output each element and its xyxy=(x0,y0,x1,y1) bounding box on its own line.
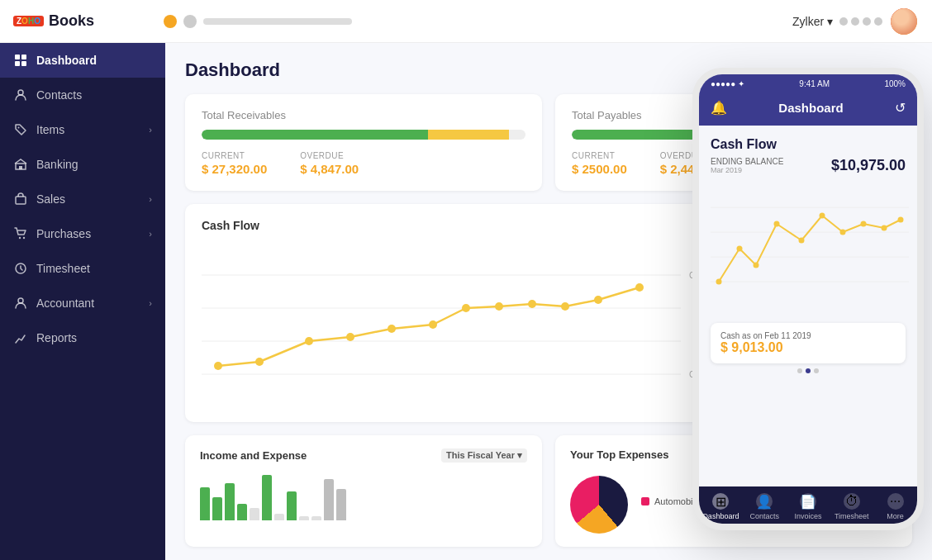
svg-point-35 xyxy=(716,279,722,285)
mobile-cash-value: $ 9,013.00 xyxy=(720,340,896,355)
top-expenses-label: Your Top Expenses xyxy=(570,448,668,461)
bar-1 xyxy=(200,487,210,520)
tag-icon xyxy=(13,122,28,137)
sidebar-label-banking: Banking xyxy=(36,158,78,171)
payables-current-value: $ 2500.00 xyxy=(572,162,627,176)
svg-point-22 xyxy=(429,320,437,329)
svg-point-25 xyxy=(528,300,536,308)
main-layout: Dashboard Contacts Items › xyxy=(0,43,932,560)
income-expense-label: Income and Expense xyxy=(200,449,307,462)
svg-point-12 xyxy=(18,298,23,303)
dot-3 xyxy=(814,368,819,373)
clock-icon xyxy=(13,261,28,276)
sidebar-item-dashboard[interactable]: Dashboard xyxy=(0,43,165,78)
bar-12 xyxy=(336,489,346,520)
sidebar-item-items[interactable]: Items › xyxy=(0,112,165,147)
mobile-nav-invoices-icon: 📄 xyxy=(800,493,816,510)
sidebar-item-banking[interactable]: Banking xyxy=(0,147,165,182)
receivables-progress xyxy=(202,130,525,140)
sidebar-label-reports: Reports xyxy=(36,331,77,344)
dot3 xyxy=(863,17,871,26)
loader-dot-yellow xyxy=(164,15,177,28)
receivables-current-label: CURRENT xyxy=(202,151,267,160)
user-dots xyxy=(839,17,882,26)
svg-rect-8 xyxy=(16,197,26,204)
svg-rect-0 xyxy=(15,55,20,59)
sidebar-item-reports[interactable]: Reports xyxy=(0,320,165,355)
income-expense-card: Income and Expense This Fiscal Year ▾ xyxy=(185,435,542,547)
svg-point-9 xyxy=(19,237,21,239)
dot1 xyxy=(839,17,848,26)
chart-icon xyxy=(13,330,28,345)
user-name[interactable]: Zylker ▾ xyxy=(792,15,833,28)
svg-point-42 xyxy=(861,221,867,227)
topbar-right: Zylker ▾ xyxy=(792,7,919,36)
mobile-ending-row: ENDING BALANCE Mar 2019 $10,975.00 xyxy=(711,157,906,174)
sales-arrow: › xyxy=(149,194,152,204)
fiscal-filter[interactable]: This Fiscal Year ▾ xyxy=(441,448,527,463)
avatar[interactable] xyxy=(889,7,919,36)
sidebar-item-purchases[interactable]: Purchases › xyxy=(0,216,165,251)
logo-o2: O xyxy=(34,17,40,26)
receivables-card: Total Receivables CURRENT $ 27,320.00 OV… xyxy=(185,94,542,191)
bag-icon xyxy=(13,192,28,206)
avatar-image xyxy=(891,8,917,35)
mobile-body: Cash Flow ENDING BALANCE Mar 2019 $10,97… xyxy=(699,126,917,486)
dot2 xyxy=(851,17,859,26)
person-icon xyxy=(13,88,28,102)
sidebar-item-timesheet[interactable]: Timesheet xyxy=(0,251,165,286)
receivables-overdue-value: $ 4,847.00 xyxy=(300,162,359,176)
mobile-nav-dashboard[interactable]: ⊞ Dashboard xyxy=(699,493,743,520)
sidebar-item-contacts[interactable]: Contacts xyxy=(0,78,165,112)
svg-point-18 xyxy=(255,358,264,366)
svg-point-37 xyxy=(754,263,759,268)
mobile-nav-more[interactable]: ··· More xyxy=(873,493,917,520)
mobile-nav-dashboard-icon: ⊞ xyxy=(712,493,729,510)
dot4 xyxy=(874,17,882,26)
sidebar: Dashboard Contacts Items › xyxy=(0,43,165,560)
mobile-bell-icon: 🔔 xyxy=(711,100,727,116)
income-expense-title: Income and Expense This Fiscal Year ▾ xyxy=(200,448,527,463)
cart-icon xyxy=(13,226,28,241)
top-expenses-pie xyxy=(570,476,628,534)
svg-point-21 xyxy=(388,325,396,333)
receivables-amounts: CURRENT $ 27,320.00 OVERDUE $ 4,847.00 xyxy=(202,151,525,176)
dot-1 xyxy=(797,368,802,373)
mobile-chart xyxy=(711,183,906,315)
svg-point-10 xyxy=(23,237,25,239)
mobile-nav-contacts[interactable]: 👤 Contacts xyxy=(743,493,787,520)
legend-color-auto xyxy=(641,497,649,505)
mobile-header: 🔔 Dashboard ↺ xyxy=(699,93,917,126)
payables-current-label: CURRENT xyxy=(572,151,627,160)
dot-2 xyxy=(806,368,811,373)
mobile-status-bar: ●●●●● ✦ 9:41 AM 100% xyxy=(699,74,917,93)
mobile-nav-timesheet-icon: ⏱ xyxy=(844,493,860,510)
svg-point-17 xyxy=(214,362,222,370)
sidebar-item-sales[interactable]: Sales › xyxy=(0,182,165,216)
svg-point-24 xyxy=(495,302,503,311)
topbar-loader xyxy=(164,15,782,28)
logo-zoho: Z O H O xyxy=(13,16,44,26)
mobile-nav-contacts-label: Contacts xyxy=(749,512,779,520)
mobile-ending-info: ENDING BALANCE Mar 2019 xyxy=(711,157,783,174)
svg-point-44 xyxy=(898,217,904,223)
svg-point-20 xyxy=(346,333,354,341)
mobile-ending-value: $10,975.00 xyxy=(831,157,906,174)
logo-o1: O xyxy=(21,17,28,26)
svg-point-26 xyxy=(561,302,569,311)
mobile-nav-invoices[interactable]: 📄 Invoices xyxy=(787,493,830,520)
receivables-title: Total Receivables xyxy=(202,109,525,121)
mobile-nav-invoices-label: Invoices xyxy=(794,512,821,520)
sidebar-label-accountant: Accountant xyxy=(36,297,94,310)
svg-point-4 xyxy=(18,90,23,95)
accountant-arrow: › xyxy=(149,298,152,308)
mobile-battery: 100% xyxy=(884,79,906,88)
receivables-green-bar xyxy=(202,130,428,140)
topbar: Z O H O Books Zylker ▾ xyxy=(0,0,932,43)
mobile-time: 9:41 AM xyxy=(799,79,830,88)
mobile-nav: ⊞ Dashboard 👤 Contacts 📄 Invoices ⏱ Time… xyxy=(699,486,917,524)
mobile-nav-timesheet[interactable]: ⏱ Timesheet xyxy=(830,493,873,520)
svg-point-28 xyxy=(635,283,644,292)
sidebar-item-accountant[interactable]: Accountant › xyxy=(0,286,165,320)
logo-h: H xyxy=(28,17,34,26)
